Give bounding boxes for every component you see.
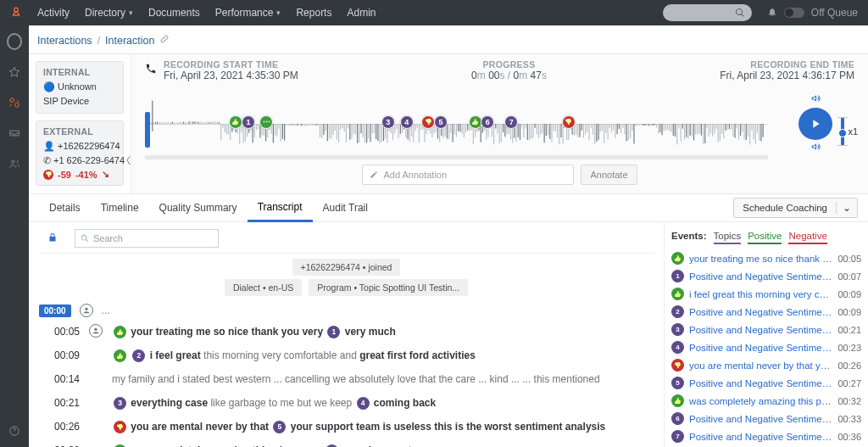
svg-point-335 (94, 328, 97, 331)
recording-column: RECORDING START TIME Fri, April 23, 2021… (131, 54, 868, 193)
breadcrumb-root[interactable]: Interactions (37, 35, 92, 47)
events-panel: Events: Topics Positive Negative your tr… (665, 222, 868, 447)
chevron-down-icon[interactable]: ⌄ (836, 202, 857, 214)
interactions-icon[interactable] (7, 95, 22, 110)
event-row[interactable]: 2Positive and Negative Sentiments00:09 (671, 303, 861, 321)
tabbar: DetailsTimelineQuality SummaryTranscript… (29, 193, 868, 222)
external-header: EXTERNAL (43, 126, 116, 137)
waveform-marker[interactable]: 7 (504, 115, 518, 129)
event-time: 00:09 (837, 289, 861, 299)
transcript-row: 00:32 was completely amazing this place … (39, 439, 654, 447)
tab-quality-summary[interactable]: Quality Summary (149, 194, 248, 221)
event-row[interactable]: 3Positive and Negative Sentiments00:21 (671, 321, 861, 338)
speed-slider[interactable] (841, 117, 844, 146)
waveform-marker[interactable] (259, 115, 273, 129)
transcript-search[interactable]: Search (75, 229, 219, 248)
annotate-button[interactable]: Annotate (581, 165, 637, 185)
topic-badge[interactable]: 4 (357, 397, 370, 410)
avatar-icon[interactable] (7, 34, 22, 49)
tab-details[interactable]: Details (39, 194, 91, 221)
thumbs-up-icon (671, 252, 684, 265)
people-icon[interactable] (7, 156, 22, 171)
separator: / (97, 35, 100, 47)
help-icon[interactable] (7, 423, 22, 439)
waveform-marker[interactable]: 6 (481, 115, 494, 129)
nav-performance[interactable]: Performance▾ (215, 7, 281, 19)
topic-badge[interactable]: 1 (327, 326, 340, 338)
tab-transcript[interactable]: Transcript (248, 195, 313, 222)
player-controls: x1 (776, 93, 854, 154)
annotation-input[interactable]: Add Annotation (362, 165, 574, 185)
volume-bottom-icon[interactable] (810, 142, 821, 154)
event-row[interactable]: was completely amazing this place was a.… (671, 392, 861, 410)
queue-toggle[interactable] (784, 8, 804, 18)
event-text: i feel great this morning very comfortab… (689, 289, 832, 299)
transcript-text: my family and i stated best western ... … (112, 372, 654, 387)
search-placeholder: Search (93, 233, 123, 243)
thumbs-up-icon (671, 288, 684, 300)
bell-icon[interactable] (767, 7, 777, 20)
filter-negative[interactable]: Negative (788, 231, 826, 244)
waveform-marker[interactable]: 5 (434, 115, 448, 129)
event-row[interactable]: 4Positive and Negative Sentiments Part 2… (671, 338, 861, 356)
waveform-marker[interactable]: 4 (400, 115, 414, 129)
events-label: Events: (671, 231, 707, 241)
thumbs-down-icon[interactable] (114, 421, 126, 433)
thumbs-up-icon[interactable] (114, 326, 126, 338)
topic-badge[interactable]: 2 (132, 349, 145, 362)
filter-positive[interactable]: Positive (748, 231, 782, 244)
tab-audit-trail[interactable]: Audit Trail (313, 194, 378, 221)
link-icon[interactable] (159, 34, 170, 47)
transcript-text: was completely amazing this place was 6 … (112, 443, 654, 447)
volume-top-icon[interactable] (810, 93, 821, 106)
event-text: Positive and Negative Sentiments (689, 307, 832, 317)
event-row[interactable]: 7Positive and Negative Sentiments00:36 (671, 427, 861, 445)
event-row[interactable]: you are mental never by that your suppor… (671, 356, 861, 374)
waveform-marker[interactable]: 3 (381, 115, 395, 129)
topic-badge: 5 (671, 377, 684, 389)
tab-timeline[interactable]: Timeline (91, 194, 149, 221)
star-icon[interactable] (7, 64, 22, 80)
topic-badge[interactable]: 5 (273, 421, 286, 433)
event-row[interactable]: i feel great this morning very comfortab… (671, 285, 861, 303)
play-button[interactable] (798, 108, 832, 140)
filter-topics[interactable]: Topics (714, 231, 742, 244)
event-row[interactable]: 1Positive and Negative Sentiments00:07 (671, 267, 861, 285)
app-logo-icon[interactable] (10, 7, 22, 19)
nav-documents[interactable]: Documents (148, 7, 200, 19)
topic-badge[interactable]: 3 (114, 397, 126, 410)
transcript-row: 00:213 everything case like garbage to m… (39, 391, 654, 415)
inbox-icon[interactable] (7, 126, 22, 141)
transcript-row: 00:14my family and i stated best western… (39, 367, 654, 391)
rec-end-value: Fri, April 23, 2021 4:36:17 PM (720, 70, 854, 81)
transcript-text: 3 everything case like garbage to me but… (112, 395, 654, 411)
waveform-marker[interactable]: 1 (242, 115, 255, 129)
event-row[interactable]: 6Positive and Negative Sentiments Part 2… (671, 410, 861, 427)
waveform-marker[interactable] (562, 115, 576, 129)
user-icon: 🔵 (43, 80, 55, 94)
event-row[interactable]: 5Positive and Negative Sentiments Part 2… (671, 374, 861, 392)
nav-activity[interactable]: Activity (37, 7, 70, 19)
event-time: 00:07 (837, 271, 861, 282)
nav-admin[interactable]: Admin (347, 7, 376, 19)
transcript-panel: Search +16262296474 • joined Dialect • e… (29, 222, 665, 447)
scrub-track[interactable] (145, 155, 768, 159)
internal-box: INTERNAL 🔵Unknown SIP Device (36, 61, 124, 114)
schedule-coaching-button[interactable]: Schedule Coaching⌄ (733, 198, 858, 218)
waveform-marker[interactable] (469, 115, 482, 129)
transcript-ts: 00:14 (39, 372, 80, 387)
transcript-row: 00:05 your treating me so nice thank you… (39, 320, 654, 344)
event-row[interactable]: your treating me so nice thank you very … (671, 249, 861, 267)
waveform-marker[interactable] (421, 115, 435, 129)
global-search[interactable] (663, 4, 752, 21)
playhead[interactable] (145, 112, 150, 148)
waveform-marker[interactable] (229, 115, 242, 129)
progress-value: 0m 00s / 0m 47s (471, 70, 547, 81)
thumbs-up-icon[interactable] (114, 349, 126, 362)
nav-reports[interactable]: Reports (296, 7, 331, 19)
lock-icon[interactable] (39, 232, 66, 245)
nav-directory[interactable]: Directory▾ (85, 7, 133, 19)
waveform[interactable]: 134567 (145, 93, 768, 154)
breadcrumb-leaf[interactable]: Interaction (105, 35, 154, 47)
topic-badge: 3 (671, 323, 684, 336)
